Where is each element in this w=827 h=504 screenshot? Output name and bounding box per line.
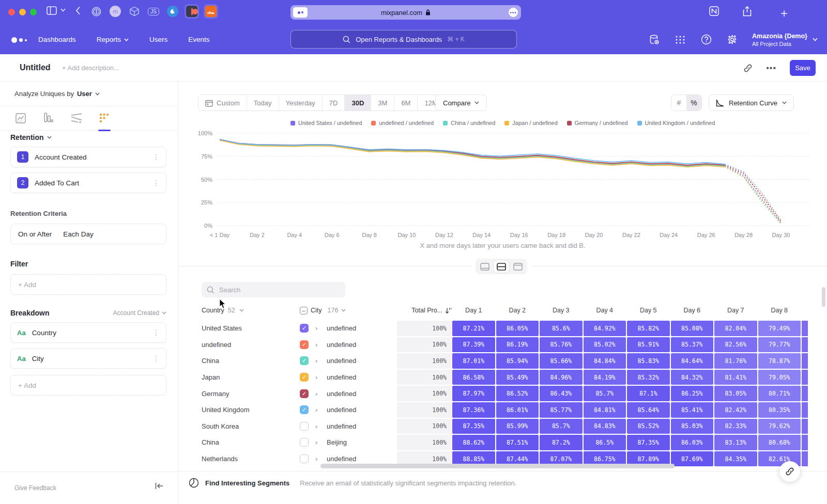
nav-item-users[interactable]: Users: [149, 36, 167, 43]
retention-value-cell[interactable]: 81.76%: [714, 353, 757, 369]
retention-value-cell[interactable]: 80.35%: [758, 402, 801, 418]
day-column-header[interactable]: Day 1: [452, 307, 496, 314]
tab-insights[interactable]: [14, 112, 27, 124]
retention-value-cell[interactable]: 86.05%: [496, 321, 539, 336]
breakdown-event-dropdown[interactable]: Account Created: [113, 309, 166, 317]
nav-item-reports[interactable]: Reports: [97, 36, 129, 43]
step-menu-button[interactable]: ⋮: [152, 179, 160, 187]
retention-value-cell[interactable]: 86.19%: [496, 337, 539, 353]
collapse-sidebar-icon[interactable]: [155, 482, 163, 490]
retention-value-cell[interactable]: 78.87%: [758, 353, 801, 369]
tab-funnels[interactable]: [42, 112, 55, 124]
range-custom[interactable]: Custom: [198, 95, 247, 111]
retention-value-cell[interactable]: 85.91%: [627, 337, 670, 353]
chart-type-dropdown[interactable]: Retention Curve: [709, 94, 794, 111]
horizontal-scrollbar[interactable]: [320, 464, 675, 468]
cube-icon[interactable]: [127, 4, 142, 19]
retention-value-cell[interactable]: 85.7%: [540, 419, 583, 434]
legend-item[interactable]: China / undefined: [443, 120, 495, 126]
table-row[interactable]: Japan✓›undefined100%86.58%85.49%84.96%84…: [196, 369, 823, 386]
table-row[interactable]: United States✓›undefined100%87.21%86.05%…: [196, 320, 823, 337]
layout-table-only-button[interactable]: [510, 260, 526, 273]
report-title[interactable]: Untitled: [20, 63, 51, 72]
row-checkbox[interactable]: ✓: [300, 405, 309, 414]
retention-value-cell[interactable]: 84.84%: [584, 353, 626, 369]
retention-value-cell[interactable]: 86.52%: [496, 386, 539, 401]
find-segments-title[interactable]: Find Interesting Segments: [205, 479, 289, 487]
expand-row-icon[interactable]: ›: [315, 357, 327, 365]
range-yesterday[interactable]: Yesterday: [279, 95, 323, 111]
nav-item-dashboards[interactable]: Dashboards: [38, 36, 76, 43]
compare-button[interactable]: Compare: [435, 94, 487, 111]
day-column-header[interactable]: Day 6: [670, 307, 714, 314]
table-search[interactable]: [202, 282, 345, 297]
retention-value-cell[interactable]: 84.19%: [584, 370, 626, 385]
retention-value-cell[interactable]: 79.77%: [758, 337, 801, 353]
table-row[interactable]: South Korea›undefined100%87.35%85.99%85.…: [196, 418, 823, 435]
retention-value-cell[interactable]: 83.05%: [714, 386, 757, 401]
table-row[interactable]: United Kingdom✓›undefined100%87.36%86.01…: [196, 402, 823, 418]
retention-value-cell[interactable]: 87.35%: [452, 419, 495, 434]
legend-item[interactable]: United Kingdom / undefined: [637, 120, 715, 126]
retention-value-cell[interactable]: 85.7%: [584, 386, 626, 401]
criteria-card[interactable]: On or After Each Day: [10, 224, 166, 244]
maximize-window-button[interactable]: [30, 9, 37, 15]
row-checkbox[interactable]: ✓: [300, 324, 309, 333]
notion-extension-icon[interactable]: [709, 6, 719, 16]
tab-retention[interactable]: [98, 112, 111, 124]
criteria-each-day[interactable]: Each Day: [63, 230, 94, 238]
back-button[interactable]: [75, 6, 81, 15]
nav-item-events[interactable]: Events: [188, 36, 209, 43]
retention-value-cell[interactable]: 84.35%: [714, 451, 757, 467]
retention-value-cell[interactable]: 85.64%: [627, 402, 670, 418]
retention-value-cell[interactable]: 86.25%: [671, 386, 714, 401]
row-checkbox[interactable]: [300, 454, 309, 463]
range-7d[interactable]: 7D: [323, 95, 345, 111]
breakdown-menu-button[interactable]: ⋮: [152, 354, 160, 363]
copy-link-icon[interactable]: [743, 64, 753, 73]
row-checkbox[interactable]: [300, 422, 309, 431]
retention-value-cell[interactable]: 84.81%: [584, 402, 626, 418]
percent-mode-button[interactable]: %: [686, 95, 701, 111]
retention-value-cell[interactable]: 84.32%: [671, 370, 714, 385]
retention-value-cell[interactable]: 86.01%: [496, 402, 539, 418]
soundcloud-icon[interactable]: [204, 4, 218, 19]
breakdown-city[interactable]: AaCity⋮: [10, 348, 166, 369]
retention-value-cell[interactable]: 85.02%: [584, 337, 626, 353]
retention-value-cell[interactable]: 85.99%: [496, 419, 539, 434]
retention-value-cell[interactable]: 85.83%: [627, 353, 670, 369]
apps-grid-icon[interactable]: [675, 34, 686, 45]
sidebar-toggle-icon[interactable]: [47, 6, 57, 15]
range-3m[interactable]: 3M: [371, 95, 394, 111]
day-column-header[interactable]: Day 4: [583, 307, 627, 314]
retention-step-account-created[interactable]: 1Account Created⋮: [10, 147, 166, 167]
retention-value-cell[interactable]: 84.92%: [584, 321, 626, 336]
add-breakdown-button[interactable]: + Add: [10, 375, 166, 396]
retention-value-cell[interactable]: 80.68%: [758, 435, 801, 450]
mixpanel-logo[interactable]: [11, 37, 27, 43]
share-icon[interactable]: [743, 6, 752, 17]
table-row[interactable]: China›Beijing100%88.62%87.51%87.2%86.5%8…: [196, 434, 823, 451]
retention-chart[interactable]: 100%75%50%25%0%< 1 DayDay 2Day 4Day 6Day…: [178, 127, 827, 243]
table-search-input[interactable]: [219, 286, 333, 294]
window-controls[interactable]: [8, 9, 37, 15]
retention-value-cell[interactable]: 85.6%: [540, 321, 583, 336]
js-icon[interactable]: JS: [146, 4, 161, 19]
retention-value-cell[interactable]: 79.05%: [758, 370, 801, 385]
retention-value-cell[interactable]: 87.01%: [452, 353, 495, 369]
row-checkbox[interactable]: [300, 438, 309, 447]
retention-step-added-to-cart[interactable]: 2Added To Cart⋮: [10, 172, 166, 193]
day-column-header[interactable]: Day 5: [626, 307, 670, 314]
duckduckgo-icon[interactable]: [165, 4, 180, 19]
row-checkbox[interactable]: ✓: [300, 389, 309, 398]
retention-value-cell[interactable]: 86.03%: [671, 435, 714, 450]
column-city[interactable]: – City176: [300, 307, 397, 314]
retention-value-cell[interactable]: 86.5%: [584, 435, 626, 450]
page-options-button[interactable]: •••: [509, 8, 518, 17]
retention-section-label[interactable]: Retention: [10, 133, 44, 141]
address-bar[interactable]: mixpanel.com •••: [290, 5, 521, 20]
minimize-window-button[interactable]: [19, 9, 26, 15]
retention-value-cell[interactable]: 81.41%: [714, 370, 757, 385]
day-column-header[interactable]: Day 2: [496, 307, 540, 314]
retention-value-cell[interactable]: 85.94%: [496, 353, 539, 369]
